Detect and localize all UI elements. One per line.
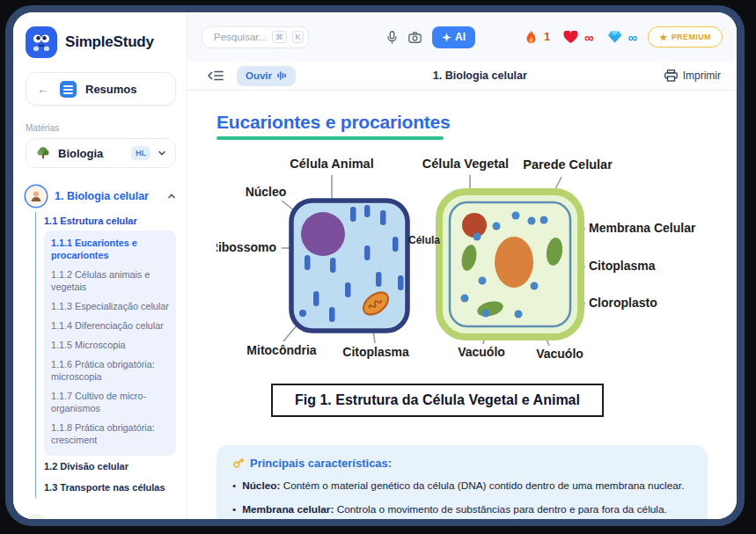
page-title: 1. Biologia celular <box>296 69 664 82</box>
audio-waveform-icon <box>276 70 287 81</box>
simplestudy-logo-icon <box>26 26 57 58</box>
section2-avatar <box>26 514 47 519</box>
streak-flame-icon[interactable] <box>525 30 538 45</box>
label-celula-vegetal: Célula Vegetal <box>422 157 509 171</box>
main-area: Pesquisar... ⌘ K <box>187 12 737 519</box>
camera-button[interactable] <box>406 28 423 46</box>
listen-button[interactable]: Ouvir <box>237 66 296 86</box>
printer-icon <box>664 69 678 82</box>
label-nucleo: Núcleo <box>246 185 287 199</box>
kbd-cmd: ⌘ <box>272 31 287 43</box>
resumos-back-card[interactable]: ← Resumos <box>26 72 176 106</box>
topic-item[interactable]: 1.1.6 Prática obrigatória: microscopia <box>51 358 169 383</box>
list-item: • Membrana celular: Controla o movimento… <box>232 502 692 517</box>
listen-label: Ouvir <box>246 70 272 81</box>
label-vacuolo-left: Vacuólo <box>458 345 505 359</box>
figure-caption: Fig 1. Estrutura da Célula Vegetal e Ani… <box>271 384 604 417</box>
topic-item[interactable]: 1.1.8 Prática obrigatória: cresciment <box>51 421 169 446</box>
info-box-title: Principais características: <box>250 457 392 470</box>
subject-name: Biologia <box>58 147 124 160</box>
characteristics-box: Principais características: • Núcleo: Co… <box>217 445 708 520</box>
topbar: Pesquisar... ⌘ K <box>187 12 737 62</box>
heading-underline <box>217 136 444 140</box>
gems-count: ∞ <box>628 30 638 45</box>
content-scroll-area[interactable]: Eucariontes e procariontes <box>187 91 737 519</box>
streak-count: 1 <box>544 31 550 43</box>
topic-heading: Eucariontes e procariontes <box>217 112 451 133</box>
microphone-icon <box>386 31 398 44</box>
chevron-up-icon[interactable] <box>167 192 176 201</box>
cell-diagram: Célula Animal Célula Vegetal Parede Celu… <box>217 152 718 368</box>
bullet-text: Controla o movimento de substâncias para… <box>337 503 667 516</box>
chapter-nav: 1. Biologia celular 1.1 Estrutura celula… <box>26 182 176 519</box>
animal-nucleus <box>301 212 345 256</box>
print-button[interactable]: Imprimir <box>664 69 721 82</box>
app-window: SimpleStudy ← Resumos Matérias Biologia … <box>13 12 737 519</box>
kbd-k: K <box>292 31 305 43</box>
label-ribossomo: Ribossomo <box>217 240 276 254</box>
gem-icon[interactable] <box>607 31 622 43</box>
stats-cluster: 1 ∞ ∞ <box>525 30 637 45</box>
key-icon <box>232 457 245 469</box>
section-label: 2. Organização <box>55 518 159 519</box>
heart-icon[interactable] <box>563 31 578 44</box>
section-label: 1. Biologia celular <box>55 190 159 202</box>
label-cloroplasto: Cloroplasto <box>589 296 657 310</box>
ai-button[interactable]: AI <box>432 26 475 48</box>
sidebar-item-transporte-celulas[interactable]: 1.3 Transporte nas células <box>44 477 176 498</box>
tree-icon <box>35 145 51 161</box>
back-arrow-icon[interactable]: ← <box>35 82 51 96</box>
sidebar-section-organizacao[interactable]: 2. Organização <box>26 510 176 519</box>
sidebar-section-biologia-celular[interactable]: 1. Biologia celular <box>26 182 176 210</box>
label-celula: Célula <box>408 234 440 246</box>
bullet-term: Núcleo: <box>242 479 280 492</box>
sidebar-item-divisao-celular[interactable]: 1.2 Divisão celular <box>44 456 176 477</box>
materias-label: Matérias <box>26 123 176 133</box>
label-celula-animal: Célula Animal <box>290 157 373 171</box>
hearts-count: ∞ <box>584 30 594 45</box>
resumos-label: Resumos <box>85 83 137 96</box>
bullet-term: Membrana celular: <box>242 503 334 516</box>
label-citoplasma-plant: Citoplasma <box>589 259 656 273</box>
star-icon: ★ <box>659 33 667 42</box>
topic-item[interactable]: 1.1.7 Cultivo de micro-organismos <box>51 390 169 414</box>
app-title: SimpleStudy <box>65 33 154 51</box>
label-vacuolo-right: Vacuólo <box>536 347 584 361</box>
label-parede-celular: Parede Celular <box>523 157 613 172</box>
premium-label: PREMIUM <box>672 33 711 41</box>
premium-button[interactable]: ★ PREMIUM <box>648 26 723 48</box>
device-frame: SimpleStudy ← Resumos Matérias Biologia … <box>5 5 745 526</box>
content-toolbar: Ouvir 1. Biologia celular Imprimir <box>187 62 737 91</box>
section1-avatar <box>26 186 47 207</box>
sidebar-item-estrutura-celular[interactable]: 1.1 Estrutura celular <box>44 212 176 230</box>
subject-selector[interactable]: Biologia HL <box>26 138 176 168</box>
level-badge: HL <box>131 146 150 160</box>
topic-item-active[interactable]: 1.1.1 Eucariontes e procariontes <box>51 237 169 261</box>
print-label: Imprimir <box>683 69 721 82</box>
list-item: • Núcleo: Contém o material genético da … <box>232 479 692 494</box>
label-membrana-celular: Membrana Celular <box>589 221 696 235</box>
chapter-subtree: 1.1 Estrutura celular 1.1.1 Eucariontes … <box>35 212 176 498</box>
microphone-button[interactable] <box>383 28 400 46</box>
sidebar: SimpleStudy ← Resumos Matérias Biologia … <box>13 12 187 519</box>
search-placeholder: Pesquisar... <box>214 32 267 42</box>
search-input[interactable]: Pesquisar... ⌘ K <box>202 26 309 48</box>
document-icon <box>60 81 77 98</box>
topic-item[interactable]: 1.1.5 Microscopia <box>51 339 169 351</box>
label-mitocondria: Mitocôndria <box>246 343 317 357</box>
ai-label: AI <box>455 31 466 43</box>
sparkle-icon <box>442 33 451 42</box>
label-citoplasma-animal: Citoplasma <box>342 345 409 359</box>
logo-row: SimpleStudy <box>26 26 176 58</box>
camera-icon <box>408 32 422 43</box>
bullet-text: Contém o material genético da célula (DN… <box>283 479 685 492</box>
topic-list: 1.1.1 Eucariontes e procariontes 1.1.2 C… <box>44 230 176 456</box>
topic-item[interactable]: 1.1.4 Diferenciação celular <box>51 319 169 332</box>
plant-vacuole <box>495 237 533 288</box>
collapse-sidebar-icon[interactable] <box>207 69 224 83</box>
chevron-down-icon[interactable] <box>158 149 166 157</box>
topic-item[interactable]: 1.1.3 Especialização celular <box>51 300 169 312</box>
topic-item[interactable]: 1.1.2 Células animais e vegetais <box>51 268 169 293</box>
